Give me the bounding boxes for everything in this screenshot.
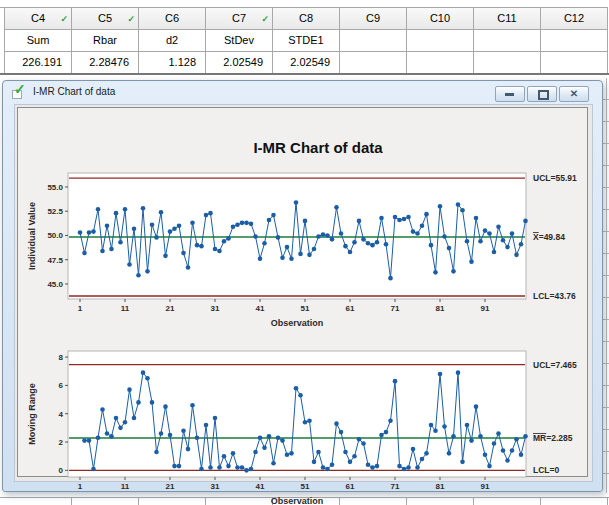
data-point <box>307 253 312 258</box>
column-header-C9[interactable]: C9 <box>340 7 407 30</box>
data-point <box>496 431 501 436</box>
data-point <box>352 454 357 459</box>
data-point <box>510 448 515 453</box>
column-name-cell[interactable]: STDE1 <box>273 30 340 52</box>
value-cell[interactable]: 1.128 <box>139 52 206 74</box>
restore-icon <box>538 90 549 100</box>
data-point <box>343 244 348 249</box>
data-point <box>321 232 326 237</box>
data-point <box>249 467 254 472</box>
data-point <box>105 223 110 228</box>
y-tick-label: 45.0 <box>47 280 63 289</box>
data-point <box>330 462 335 467</box>
data-point <box>519 242 524 247</box>
data-point <box>474 216 479 221</box>
value-cell[interactable] <box>474 52 541 74</box>
data-point <box>154 235 159 240</box>
data-point <box>348 460 353 465</box>
data-point <box>217 249 222 254</box>
column-header-C8[interactable]: C8 <box>273 7 340 30</box>
window-titlebar[interactable]: ✓ I-MR Chart of data ✕ <box>3 81 602 104</box>
data-point <box>447 246 452 251</box>
data-point <box>141 206 146 211</box>
data-point <box>267 218 272 223</box>
data-point <box>276 435 281 440</box>
value-cell[interactable] <box>340 52 407 74</box>
data-point <box>424 451 429 456</box>
data-point <box>303 420 308 425</box>
data-point <box>100 249 105 254</box>
chart-title: I-MR Chart of data <box>108 139 528 156</box>
data-point <box>181 428 186 433</box>
value-cell[interactable] <box>407 52 474 74</box>
column-header-C10[interactable]: C10 <box>407 7 474 30</box>
data-point <box>127 387 132 392</box>
column-header-C12[interactable]: C12 <box>541 7 608 30</box>
data-point <box>150 400 155 405</box>
data-point <box>303 219 308 224</box>
column-header-C5[interactable]: C5✓ <box>72 7 139 30</box>
column-name-cell[interactable] <box>541 30 608 52</box>
value-cell[interactable]: 226.191 <box>5 52 72 74</box>
data-point <box>294 200 299 205</box>
data-point <box>429 243 434 248</box>
data-point <box>357 219 362 224</box>
column-name-cell[interactable] <box>407 30 474 52</box>
data-point <box>208 465 213 470</box>
data-point <box>483 452 488 457</box>
data-point <box>195 435 200 440</box>
data-point <box>393 379 398 384</box>
column-name-cell[interactable]: Sum <box>5 30 72 52</box>
data-point <box>312 247 317 252</box>
restore-button[interactable] <box>527 86 557 102</box>
data-point <box>244 221 249 226</box>
y-tick-label: 0 <box>59 466 64 475</box>
column-header-C4[interactable]: C4✓ <box>5 7 72 30</box>
y-axis-label: Moving Range <box>27 383 37 445</box>
column-name-cell[interactable]: StDev <box>206 30 273 52</box>
data-point <box>244 468 249 473</box>
column-header-C6[interactable]: C6 <box>139 7 206 30</box>
x-tick-label: 31 <box>211 304 220 313</box>
data-point <box>235 222 240 227</box>
value-cell[interactable]: 2.02549 <box>206 52 273 74</box>
data-point <box>253 450 258 455</box>
data-point <box>154 450 159 455</box>
column-name-cell[interactable]: d2 <box>139 30 206 52</box>
graph-window-icon: ✓ <box>12 84 28 100</box>
center-annotation: X=49.84 <box>533 232 565 242</box>
y-tick-label: 6 <box>59 381 64 390</box>
graph-window-client: I-MR Chart of data 45.047.550.052.555.01… <box>14 104 593 482</box>
minimize-button[interactable] <box>495 86 525 102</box>
data-point <box>96 435 101 440</box>
data-point <box>235 465 240 470</box>
x-tick-label: 41 <box>256 482 265 491</box>
column-name-cell[interactable] <box>474 30 541 52</box>
data-point <box>357 437 362 442</box>
data-point <box>136 273 141 278</box>
y-tick-label: 52.5 <box>47 207 63 216</box>
column-header-C7[interactable]: C7✓ <box>206 7 273 30</box>
data-point <box>366 462 371 467</box>
column-header-C11[interactable]: C11 <box>474 7 541 30</box>
data-point <box>496 224 501 229</box>
x-tick-label: 81 <box>436 304 445 313</box>
value-cell[interactable]: 2.02549 <box>273 52 340 74</box>
value-cell[interactable]: 2.28476 <box>72 52 139 74</box>
column-name-cell[interactable] <box>340 30 407 52</box>
data-point <box>159 210 164 215</box>
data-point <box>420 457 425 462</box>
data-point <box>145 376 150 381</box>
data-point <box>280 255 285 260</box>
column-name-cell[interactable]: Rbar <box>72 30 139 52</box>
data-point <box>411 447 416 452</box>
data-point <box>195 243 200 248</box>
value-cell[interactable] <box>541 52 608 74</box>
close-button[interactable]: ✕ <box>559 86 589 102</box>
ucl-annotation: UCL=7.465 <box>533 360 577 370</box>
data-point <box>451 269 456 274</box>
data-point <box>438 372 443 377</box>
data-point <box>172 464 177 469</box>
data-point <box>433 428 438 433</box>
data-point <box>397 464 402 469</box>
